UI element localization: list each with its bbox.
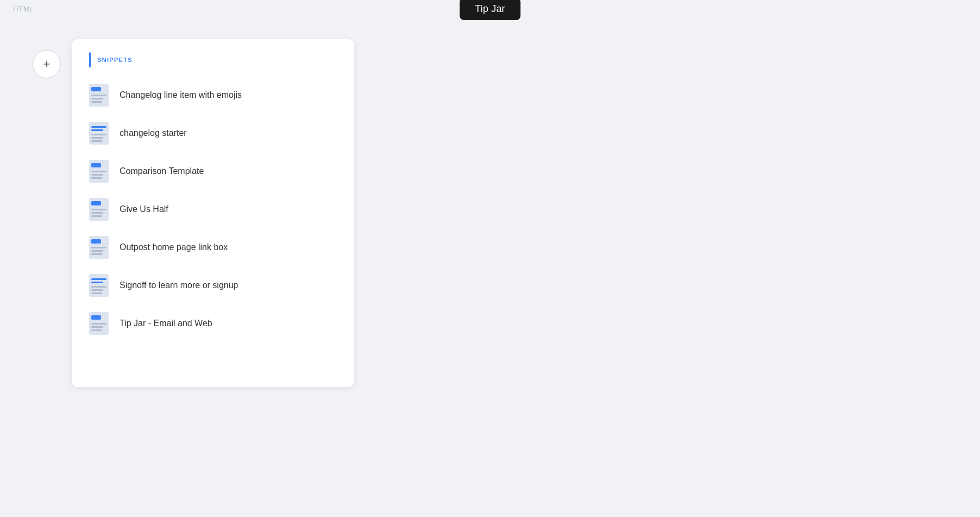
list-item[interactable]: changelog starter <box>72 114 354 152</box>
snippet-name: Signoff to learn more or signup <box>120 281 238 290</box>
snippet-name: Outpost home page link box <box>120 242 228 252</box>
snippet-doc-icon <box>89 84 109 107</box>
svg-rect-8 <box>91 134 106 135</box>
snippets-section-label: SNIPPETS <box>97 57 133 63</box>
svg-rect-3 <box>91 98 103 99</box>
snippet-list: Changelog line item with emojis changelo… <box>72 76 354 342</box>
svg-rect-2 <box>91 95 106 96</box>
list-item[interactable]: Signoff to learn more or signup <box>72 266 354 304</box>
svg-rect-6 <box>91 126 106 128</box>
svg-rect-1 <box>91 87 101 91</box>
svg-rect-4 <box>91 101 102 103</box>
svg-rect-25 <box>91 253 102 255</box>
snippet-name: Comparison Template <box>120 166 204 176</box>
snippet-name: changelog starter <box>120 128 187 138</box>
svg-rect-34 <box>91 323 106 325</box>
svg-rect-27 <box>91 278 106 280</box>
plus-icon: + <box>43 57 51 71</box>
svg-rect-10 <box>91 140 102 142</box>
snippet-doc-icon <box>89 236 109 259</box>
svg-rect-31 <box>91 292 102 294</box>
snippet-name: Give Us Half <box>120 204 168 214</box>
snippet-doc-icon <box>89 274 109 297</box>
svg-rect-15 <box>91 177 102 179</box>
list-item[interactable]: Changelog line item with emojis <box>72 76 354 114</box>
list-item[interactable]: Tip Jar - Email and Web <box>72 304 354 342</box>
snippet-doc-icon <box>89 312 109 335</box>
svg-rect-24 <box>91 250 103 252</box>
svg-rect-35 <box>91 326 103 328</box>
svg-rect-14 <box>91 174 103 176</box>
snippet-name: Changelog line item with emojis <box>120 90 242 100</box>
list-item[interactable]: Outpost home page link box <box>72 228 354 266</box>
snippet-name: Tip Jar - Email and Web <box>120 319 212 328</box>
html-label: HTML <box>13 5 34 13</box>
svg-rect-29 <box>91 286 106 288</box>
svg-rect-28 <box>91 282 103 283</box>
svg-rect-30 <box>91 289 103 291</box>
snippets-header-bar <box>89 52 91 67</box>
svg-rect-18 <box>91 209 106 210</box>
snippet-doc-icon <box>89 122 109 145</box>
svg-rect-17 <box>91 201 101 205</box>
svg-rect-22 <box>91 239 101 244</box>
svg-rect-13 <box>91 171 106 172</box>
svg-rect-9 <box>91 137 103 139</box>
list-item[interactable]: Comparison Template <box>72 152 354 190</box>
tip-jar-title-button[interactable]: Tip Jar <box>460 0 520 20</box>
svg-rect-36 <box>91 329 102 331</box>
add-snippet-button[interactable]: + <box>33 50 61 78</box>
snippet-doc-icon <box>89 160 109 183</box>
snippet-doc-icon <box>89 198 109 221</box>
svg-rect-7 <box>91 129 103 131</box>
svg-rect-33 <box>91 315 101 320</box>
main-content: + SNIPPETS Changelog line item w <box>0 17 980 409</box>
svg-rect-23 <box>91 247 106 248</box>
list-item[interactable]: Give Us Half <box>72 190 354 228</box>
svg-rect-12 <box>91 163 101 167</box>
snippets-panel: SNIPPETS Changelog line item with emojis <box>72 39 354 387</box>
header: HTML Tip Jar <box>0 0 980 17</box>
svg-rect-20 <box>91 215 102 217</box>
svg-rect-19 <box>91 212 103 214</box>
snippets-header: SNIPPETS <box>72 52 354 76</box>
